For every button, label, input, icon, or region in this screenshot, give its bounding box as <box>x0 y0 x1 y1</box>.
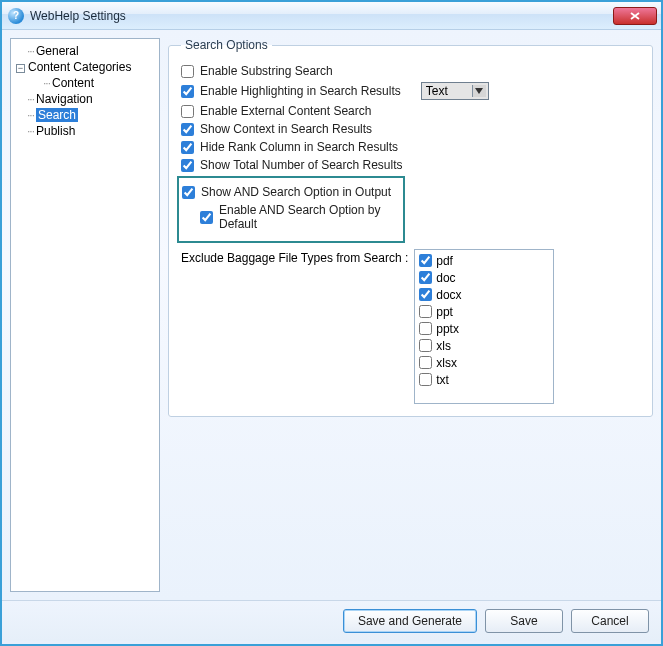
chevron-down-icon <box>472 85 486 97</box>
tree-item-general[interactable]: ···General <box>13 43 157 59</box>
filetype-label: txt <box>436 373 449 387</box>
label-show-and: Show AND Search Option in Output <box>201 185 391 199</box>
tree-item-navigation[interactable]: ···Navigation <box>13 91 157 107</box>
client-area: ···General−Content Categories···Content·… <box>2 30 661 600</box>
filetype-row-ppt[interactable]: ppt <box>419 303 549 320</box>
label-show-total: Show Total Number of Search Results <box>200 158 403 172</box>
tree-item-content-categories[interactable]: −Content Categories <box>13 59 157 75</box>
filetype-checkbox-txt[interactable] <box>419 373 432 386</box>
content-panel: Search Options Enable Substring Search E… <box>168 38 653 592</box>
checkbox-hide-rank[interactable] <box>181 141 194 154</box>
tree-connector-icon: ··· <box>27 124 34 138</box>
app-icon: ? <box>8 8 24 24</box>
label-show-context: Show Context in Search Results <box>200 122 372 136</box>
label-enable-highlight: Enable Highlighting in Search Results <box>200 84 401 98</box>
highlight-dropdown-value: Text <box>426 84 448 98</box>
filetype-label: doc <box>436 271 455 285</box>
filetype-checkbox-xlsx[interactable] <box>419 356 432 369</box>
checkbox-show-context[interactable] <box>181 123 194 136</box>
filetype-label: ppt <box>436 305 453 319</box>
tree-expander-icon[interactable]: − <box>16 64 25 73</box>
filetype-row-pdf[interactable]: pdf <box>419 252 549 269</box>
filetype-label: pdf <box>436 254 453 268</box>
highlighted-options-box: Show AND Search Option in Output Enable … <box>177 176 405 243</box>
window-title: WebHelp Settings <box>30 9 126 23</box>
tree-item-label: Publish <box>36 124 75 138</box>
option-show-total[interactable]: Show Total Number of Search Results <box>181 158 640 172</box>
filetype-row-docx[interactable]: docx <box>419 286 549 303</box>
checkbox-show-and[interactable] <box>182 186 195 199</box>
checkbox-enable-external[interactable] <box>181 105 194 118</box>
exclude-row: Exclude Baggage File Types from Search :… <box>181 249 640 404</box>
option-enable-external[interactable]: Enable External Content Search <box>181 104 640 118</box>
cancel-button[interactable]: Cancel <box>571 609 649 633</box>
tree-item-label: General <box>36 44 79 58</box>
nav-tree: ···General−Content Categories···Content·… <box>10 38 160 592</box>
save-button[interactable]: Save <box>485 609 563 633</box>
filetype-checkbox-docx[interactable] <box>419 288 432 301</box>
option-enable-highlight[interactable]: Enable Highlighting in Search Results Te… <box>181 82 640 100</box>
highlight-dropdown[interactable]: Text <box>421 82 489 100</box>
checkbox-show-total[interactable] <box>181 159 194 172</box>
exclude-file-list[interactable]: pdfdocdocxpptpptxxlsxlsxtxt <box>414 249 554 404</box>
filetype-label: xlsx <box>436 356 457 370</box>
tree-connector-icon: ··· <box>27 108 34 122</box>
filetype-row-pptx[interactable]: pptx <box>419 320 549 337</box>
group-legend: Search Options <box>181 38 272 52</box>
filetype-checkbox-xls[interactable] <box>419 339 432 352</box>
close-icon <box>630 10 640 22</box>
label-enable-external: Enable External Content Search <box>200 104 371 118</box>
search-options-group: Search Options Enable Substring Search E… <box>168 38 653 417</box>
filetype-checkbox-doc[interactable] <box>419 271 432 284</box>
tree-connector-icon: ··· <box>27 44 34 58</box>
filetype-label: pptx <box>436 322 459 336</box>
tree-item-label: Navigation <box>36 92 93 106</box>
tree-item-label: Content Categories <box>28 60 131 74</box>
titlebar: ? WebHelp Settings <box>2 2 661 30</box>
filetype-row-doc[interactable]: doc <box>419 269 549 286</box>
filetype-checkbox-ppt[interactable] <box>419 305 432 318</box>
option-show-context[interactable]: Show Context in Search Results <box>181 122 640 136</box>
close-button[interactable] <box>613 7 657 25</box>
option-enable-and-default[interactable]: Enable AND Search Option by Default <box>200 203 397 231</box>
tree-connector-icon: ··· <box>27 92 34 106</box>
filetype-row-txt[interactable]: txt <box>419 371 549 388</box>
filetype-checkbox-pdf[interactable] <box>419 254 432 267</box>
checkbox-enable-highlight[interactable] <box>181 85 194 98</box>
checkbox-enable-substring[interactable] <box>181 65 194 78</box>
option-show-and[interactable]: Show AND Search Option in Output <box>182 185 397 199</box>
filetype-label: docx <box>436 288 461 302</box>
tree-item-content-default-[interactable]: ···Content <box>13 75 157 91</box>
tree-item-label: Content <box>52 76 94 90</box>
filetype-row-xls[interactable]: xls <box>419 337 549 354</box>
label-enable-substring: Enable Substring Search <box>200 64 333 78</box>
tree-item-publish[interactable]: ···Publish <box>13 123 157 139</box>
tree-connector-icon: ··· <box>43 76 50 90</box>
tree-item-search[interactable]: ···Search <box>13 107 157 123</box>
save-and-generate-button[interactable]: Save and Generate <box>343 609 477 633</box>
option-enable-substring[interactable]: Enable Substring Search <box>181 64 640 78</box>
filetype-checkbox-pptx[interactable] <box>419 322 432 335</box>
filetype-label: xls <box>436 339 451 353</box>
option-hide-rank[interactable]: Hide Rank Column in Search Results <box>181 140 640 154</box>
filetype-row-xlsx[interactable]: xlsx <box>419 354 549 371</box>
label-enable-and-default: Enable AND Search Option by Default <box>219 203 397 231</box>
label-hide-rank: Hide Rank Column in Search Results <box>200 140 398 154</box>
checkbox-enable-and-default[interactable] <box>200 211 213 224</box>
footer: Save and Generate Save Cancel <box>2 600 661 641</box>
tree-item-label: Search <box>36 108 78 122</box>
exclude-label: Exclude Baggage File Types from Search : <box>181 251 408 265</box>
